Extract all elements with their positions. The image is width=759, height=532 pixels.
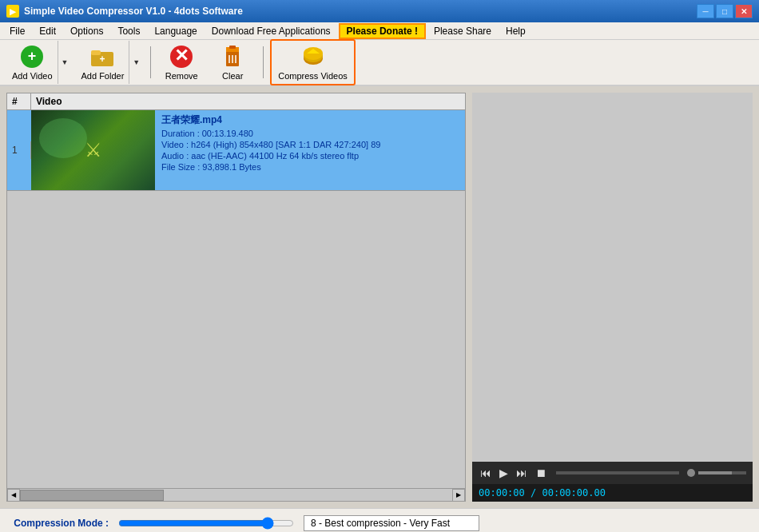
title-bar: ▶ Simple Video Compressor V1.0 - 4dots S… <box>0 0 759 22</box>
time-text: 00:00:00 / 00:00:00.00 <box>479 487 606 498</box>
player-time-display: 00:00:00 / 00:00:00.00 <box>472 484 753 502</box>
compress-videos-button[interactable]: Compress Videos <box>270 39 356 85</box>
col-header-video: Video <box>31 93 66 109</box>
window-controls: ─ □ ✕ <box>697 4 753 18</box>
thumbnail-image <box>31 110 155 190</box>
table-row[interactable]: 1 王者荣耀.mp4 Duration : 00:13.19.480 Video… <box>7 110 465 191</box>
video-thumbnail <box>31 110 155 190</box>
add-video-label: Add Video <box>12 71 53 81</box>
clear-label: Clear <box>222 71 243 81</box>
svg-rect-9 <box>229 46 236 49</box>
col-header-num: # <box>7 93 31 109</box>
add-video-button[interactable]: + Add Video ▼ <box>6 40 73 85</box>
remove-button[interactable]: ✕ Remove <box>157 40 205 85</box>
menu-options[interactable]: Options <box>64 24 109 38</box>
video-duration: Duration : 00:13.19.480 <box>161 129 459 138</box>
compress-label: Compress Videos <box>278 71 348 81</box>
menu-tools[interactable]: Tools <box>111 24 146 38</box>
remove-label: Remove <box>165 71 198 81</box>
compression-slider[interactable] <box>118 516 294 530</box>
add-video-icon: + <box>19 44 45 69</box>
video-filesize: File Size : 93,898.1 Bytes <box>161 162 459 172</box>
svg-text:+: + <box>100 54 105 65</box>
video-panel: # Video 1 王者荣耀.mp4 Duration : 00:13.19.4… <box>6 93 466 502</box>
maximize-button[interactable]: □ <box>716 4 733 18</box>
player-buttons: ⏮ ▶ ⏭ ⏹ <box>479 466 746 479</box>
skip-back-button[interactable]: ⏮ <box>479 466 493 479</box>
toolbar: + Add Video ▼ + Add Folder ▼ ✕ <box>0 40 759 86</box>
menu-edit[interactable]: Edit <box>33 24 62 38</box>
settings-area: Compression Mode : 1 - Fastest 2 - Very … <box>0 508 759 532</box>
volume-fill <box>698 471 732 474</box>
video-codec-info: Video : h264 (High) 854x480 [SAR 1:1 DAR… <box>161 140 459 149</box>
scroll-right-arrow[interactable]: ▶ <box>452 489 465 502</box>
stop-button[interactable]: ⏹ <box>534 466 548 479</box>
volume-area <box>687 469 746 477</box>
compress-icon <box>300 44 326 69</box>
clear-button[interactable]: Clear <box>209 40 256 85</box>
menu-share[interactable]: Please Share <box>427 24 498 38</box>
skip-forward-button[interactable]: ⏭ <box>515 466 529 479</box>
menu-download[interactable]: Download Free Applications <box>205 24 337 38</box>
horizontal-scrollbar[interactable]: ◀ ▶ <box>7 488 465 501</box>
video-list-header: # Video <box>7 93 465 110</box>
compression-dropdown-container: 1 - Fastest 2 - Very Fast 3 - Fast 4 - M… <box>304 515 479 531</box>
player-progress-bar[interactable] <box>556 471 679 474</box>
menu-donate[interactable]: Please Donate ! <box>339 23 426 39</box>
add-folder-button[interactable]: + Add Folder ▼ <box>76 40 145 85</box>
menu-file[interactable]: File <box>3 24 31 38</box>
video-player: ⏮ ▶ ⏭ ⏹ 00:00:00 / 00:00:00. <box>472 462 753 502</box>
menu-bar: File Edit Options Tools Language Downloa… <box>0 22 759 40</box>
compression-mode-row: Compression Mode : 1 - Fastest 2 - Very … <box>13 515 746 531</box>
remove-icon: ✕ <box>169 44 194 69</box>
volume-slider[interactable] <box>698 471 746 474</box>
video-filename: 王者荣耀.mp4 <box>161 113 459 127</box>
menu-language[interactable]: Language <box>148 24 203 38</box>
add-folder-icon: + <box>89 44 115 69</box>
video-audio-info: Audio : aac (HE-AAC) 44100 Hz 64 kb/s st… <box>161 151 459 161</box>
toolbar-separator-2 <box>263 46 264 78</box>
close-button[interactable]: ✕ <box>735 4 753 18</box>
volume-icon <box>687 469 695 477</box>
svg-text:+: + <box>28 48 37 64</box>
add-folder-label: Add Folder <box>81 71 125 81</box>
play-button[interactable]: ▶ <box>498 466 510 479</box>
window-title: Simple Video Compressor V1.0 - 4dots Sof… <box>24 6 697 17</box>
row-number: 1 <box>7 141 31 159</box>
minimize-button[interactable]: ─ <box>697 4 714 18</box>
svg-text:✕: ✕ <box>174 46 189 66</box>
preview-panel: ⏮ ▶ ⏭ ⏹ 00:00:00 / 00:00:00. <box>472 93 753 502</box>
clear-icon <box>220 44 245 69</box>
app-icon: ▶ <box>6 5 19 18</box>
scroll-left-arrow[interactable]: ◀ <box>7 489 20 502</box>
toolbar-separator-1 <box>150 46 151 78</box>
video-info: 王者荣耀.mp4 Duration : 00:13.19.480 Video :… <box>155 110 465 175</box>
compression-dropdown[interactable]: 1 - Fastest 2 - Very Fast 3 - Fast 4 - M… <box>304 515 479 531</box>
menu-help[interactable]: Help <box>499 24 532 38</box>
scroll-thumb[interactable] <box>20 490 164 501</box>
main-content: # Video 1 王者荣耀.mp4 Duration : 00:13.19.4… <box>0 86 759 508</box>
compression-slider-container <box>118 516 294 530</box>
video-list-body[interactable]: 1 王者荣耀.mp4 Duration : 00:13.19.480 Video… <box>7 110 465 488</box>
compression-mode-label: Compression Mode : <box>13 518 109 529</box>
player-controls: ⏮ ▶ ⏭ ⏹ <box>472 462 753 484</box>
